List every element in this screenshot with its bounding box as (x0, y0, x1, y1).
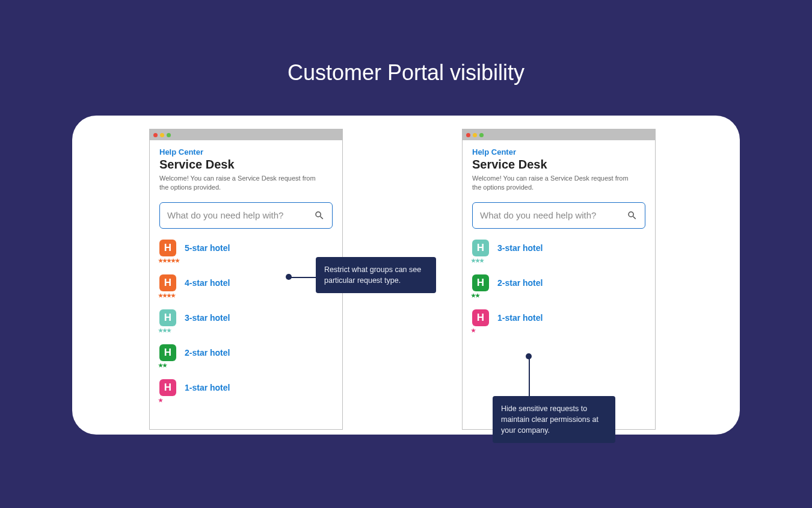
callout-connector-line (529, 357, 530, 397)
request-type-label: 1-star hotel (185, 383, 230, 392)
request-type-item[interactable]: H★★★3-star hotel (472, 240, 645, 256)
window-chrome (463, 129, 655, 140)
request-type-list: H★★★3-star hotelH★★2-star hotelH★1-star … (472, 240, 645, 326)
window-chrome (150, 129, 342, 140)
search-input[interactable]: What do you need help with? (159, 202, 333, 229)
comparison-card: Help Center Service Desk Welcome! You ca… (72, 116, 740, 435)
window-close-icon (153, 133, 158, 137)
help-center-link[interactable]: Help Center (159, 147, 333, 156)
search-icon (627, 210, 638, 221)
portal-heading: Service Desk (159, 158, 333, 172)
window-maximize-icon (167, 133, 171, 137)
request-type-item[interactable]: H★★2-star hotel (159, 344, 333, 361)
hotel-badge-icon: H★★★ (159, 309, 176, 326)
star-rating-icon: ★ (158, 397, 162, 403)
search-placeholder: What do you need help with? (480, 210, 596, 220)
request-type-label: 3-star hotel (185, 313, 230, 323)
window-minimize-icon (160, 133, 164, 137)
request-type-label: 2-star hotel (185, 348, 230, 358)
request-type-item[interactable]: H★1-star hotel (159, 379, 333, 396)
request-type-list: H★★★★★5-star hotelH★★★★4-star hotelH★★★3… (159, 240, 333, 396)
callout-connector-line (289, 277, 316, 278)
request-type-label: 3-star hotel (497, 243, 543, 253)
search-icon (314, 210, 325, 221)
hide-callout: Hide sensitive requests to maintain clea… (493, 396, 615, 443)
portal-heading: Service Desk (472, 158, 645, 172)
restrict-callout: Restrict what groups can see particular … (316, 257, 436, 293)
hotel-badge-icon: H★★ (472, 274, 489, 291)
page-title: Customer Portal visibility (0, 60, 812, 85)
hotel-badge-icon: H★★★ (472, 240, 489, 256)
window-minimize-icon (473, 133, 477, 137)
welcome-text: Welcome! You can raise a Service Desk re… (159, 174, 316, 193)
browser-window-right: Help Center Service Desk Welcome! You ca… (462, 129, 656, 430)
star-rating-icon: ★★ (471, 293, 479, 299)
request-type-item[interactable]: H★★★3-star hotel (159, 309, 333, 326)
star-rating-icon: ★★★★★ (158, 258, 179, 264)
request-type-label: 1-star hotel (497, 313, 543, 323)
star-rating-icon: ★ (471, 327, 475, 333)
search-placeholder: What do you need help with? (167, 210, 283, 220)
hotel-badge-icon: H★ (159, 379, 176, 396)
request-type-item[interactable]: H★★★★★5-star hotel (159, 240, 333, 256)
star-rating-icon: ★★ (158, 362, 167, 368)
request-type-label: 2-star hotel (497, 278, 543, 288)
hotel-badge-icon: H★★ (159, 344, 176, 361)
welcome-text: Welcome! You can raise a Service Desk re… (472, 174, 629, 193)
help-center-link[interactable]: Help Center (472, 147, 645, 156)
request-type-label: 4-star hotel (185, 278, 230, 288)
star-rating-icon: ★★★★ (158, 293, 175, 299)
star-rating-icon: ★★★ (471, 258, 484, 264)
hotel-badge-icon: H★★★★ (159, 274, 176, 291)
request-type-item[interactable]: H★★2-star hotel (472, 274, 645, 291)
request-type-label: 5-star hotel (185, 243, 230, 253)
request-type-item[interactable]: H★1-star hotel (472, 309, 645, 326)
window-maximize-icon (479, 133, 484, 137)
hotel-badge-icon: H★ (472, 309, 489, 326)
star-rating-icon: ★★★ (158, 327, 171, 333)
browser-window-left: Help Center Service Desk Welcome! You ca… (149, 129, 343, 430)
search-input[interactable]: What do you need help with? (472, 202, 645, 229)
hotel-badge-icon: H★★★★★ (159, 240, 176, 256)
window-close-icon (466, 133, 470, 137)
